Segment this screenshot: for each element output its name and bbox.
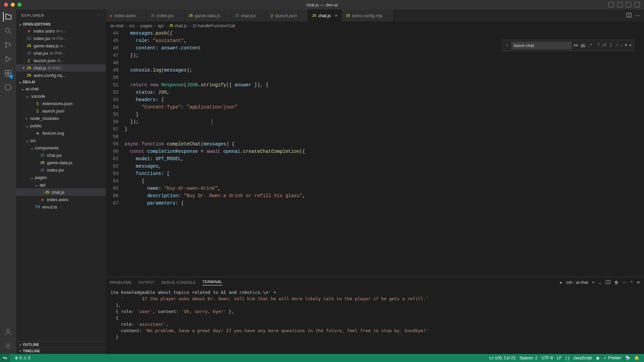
- maximize-panel-icon[interactable]: ^: [631, 280, 633, 285]
- settings-gear-icon[interactable]: [3, 341, 13, 351]
- source-control-icon[interactable]: [3, 40, 13, 50]
- customize-layout-icon[interactable]: [635, 2, 640, 7]
- file-item[interactable]: {}launch.json: [16, 107, 106, 115]
- window-close-button[interactable]: [4, 3, 8, 7]
- feedback-icon[interactable]: 📡: [623, 356, 632, 360]
- minimap[interactable]: [639, 30, 644, 277]
- folder-item[interactable]: ⌄api: [16, 181, 106, 188]
- find-expand-icon[interactable]: ›: [504, 42, 509, 49]
- folder-item[interactable]: ›node_modules: [16, 115, 106, 122]
- editor-tab[interactable]: ◈index.astro×: [106, 9, 147, 21]
- file-item[interactable]: TSenv.d.ts: [16, 203, 106, 211]
- explorer-more-icon[interactable]: ⋯: [96, 13, 100, 17]
- editor-tab[interactable]: JSastro.config.mjs×: [342, 9, 394, 21]
- editor[interactable]: › Aa ab .* ? of 2 ↑ ↓ ≡ ✕ 44454647484950…: [106, 30, 644, 277]
- panel-tab[interactable]: TERMINAL: [202, 280, 223, 285]
- folder-item[interactable]: ⌄ai-chat: [16, 85, 106, 92]
- file-item[interactable]: JSindex.jsx: [16, 166, 106, 174]
- breadcrumb-item[interactable]: api: [158, 23, 164, 28]
- outline-header[interactable]: › OUTLINE: [16, 341, 106, 348]
- panel-layout-icon[interactable]: [626, 2, 631, 7]
- split-terminal-icon[interactable]: [606, 280, 610, 285]
- cursor-position[interactable]: Ln 105, Col 23: [487, 356, 517, 360]
- file-item[interactable]: JSchat.js: [16, 188, 106, 196]
- file-item[interactable]: ◈index.astro: [16, 196, 106, 203]
- account-icon[interactable]: [3, 327, 13, 336]
- open-editor-item[interactable]: JSastro.config.mj...: [16, 72, 106, 79]
- workspace-header[interactable]: ⌄ DEV-AI: [16, 79, 106, 85]
- panel-tab[interactable]: PROBLEMS: [110, 280, 132, 284]
- new-terminal-icon[interactable]: +: [592, 280, 594, 285]
- language-mode[interactable]: { } JavaScript: [564, 356, 594, 360]
- errors-count[interactable]: ⊗0 ⚠0: [13, 356, 32, 360]
- search-icon[interactable]: [3, 26, 13, 36]
- kill-terminal-icon[interactable]: 🗑: [614, 280, 618, 285]
- folder-item[interactable]: ⌄public: [16, 122, 106, 129]
- editor-tab[interactable]: JSchat.js×: [308, 9, 341, 21]
- prettier-status[interactable]: ✓ Prettier: [601, 356, 623, 360]
- regex-icon[interactable]: .*: [587, 41, 593, 50]
- more-actions-icon[interactable]: ⋯: [636, 13, 640, 18]
- match-word-icon[interactable]: ab: [580, 41, 586, 50]
- window-maximize-button[interactable]: [17, 3, 21, 7]
- code-area[interactable]: messages.push({ role: "assistant", conte…: [125, 30, 639, 277]
- editor-tab[interactable]: JSgame-data.js×: [185, 9, 231, 21]
- match-case-icon[interactable]: Aa: [572, 41, 579, 50]
- open-editor-item[interactable]: JSgame-data.jsa...: [16, 42, 106, 49]
- open-editor-item[interactable]: JSchat.jsxai-chat...: [16, 49, 106, 57]
- open-editor-item[interactable]: ×JSchat.jsai-chat/...: [16, 64, 106, 72]
- open-editor-item[interactable]: {}launch.jsonai...: [16, 57, 106, 64]
- panel-more-icon[interactable]: ⋯: [623, 280, 627, 285]
- editor-tab[interactable]: JSchat.jsx×: [231, 9, 267, 21]
- close-panel-icon[interactable]: ✕: [637, 280, 640, 285]
- folder-item[interactable]: ⌄.vscode: [16, 92, 106, 100]
- find-input[interactable]: [511, 42, 572, 49]
- breadcrumb-item[interactable]: handleFunctionCall: [198, 23, 235, 28]
- breadcrumb[interactable]: ai-chat›src›pages›api›JS chat.js›⊡ handl…: [106, 21, 644, 30]
- find-next-icon[interactable]: ↓: [620, 42, 623, 49]
- file-item[interactable]: ◆favicon.svg: [16, 129, 106, 137]
- explorer-icon[interactable]: [3, 12, 12, 21]
- indentation[interactable]: Spaces: 2: [517, 356, 539, 360]
- breadcrumb-item[interactable]: src: [129, 23, 135, 28]
- terminal[interactable]: ite knowledgeable about topics related t…: [106, 288, 644, 354]
- close-icon[interactable]: ×: [21, 65, 26, 71]
- breadcrumb-item[interactable]: pages: [140, 23, 152, 28]
- panel-layout-icon[interactable]: [608, 2, 614, 7]
- open-editor-item[interactable]: ◈index.astroai-c...: [16, 27, 106, 35]
- panel-layout-icon[interactable]: [617, 2, 623, 7]
- file-item[interactable]: JSchat.jsx: [16, 151, 106, 159]
- terminal-launch-icon[interactable]: ▸: [560, 280, 562, 285]
- find-selection-icon[interactable]: ≡: [625, 42, 627, 49]
- eol[interactable]: LF: [555, 356, 564, 360]
- breadcrumb-item[interactable]: chat.js: [175, 23, 187, 28]
- file-item[interactable]: JSgame-data.js: [16, 159, 106, 166]
- find-close-icon[interactable]: ✕: [629, 42, 632, 49]
- terminal-dropdown-icon[interactable]: ⌄: [598, 280, 602, 285]
- editor-tab[interactable]: {}launch.json×: [267, 9, 308, 21]
- open-editors-header[interactable]: ⌄ OPEN EDITORS: [16, 21, 106, 27]
- split-editor-icon[interactable]: [626, 12, 632, 19]
- extensions-icon[interactable]: 7: [3, 69, 13, 78]
- window-minimize-button[interactable]: [11, 3, 15, 7]
- file-item[interactable]: {}extensions.json: [16, 100, 106, 107]
- timeline-header[interactable]: › TIMELINE: [16, 348, 106, 354]
- find-prev-icon[interactable]: ↑: [616, 42, 618, 49]
- encoding[interactable]: UTF-8: [540, 356, 555, 360]
- copilot-icon[interactable]: ◉: [594, 356, 601, 360]
- remote-indicator[interactable]: [0, 354, 10, 362]
- editor-tab[interactable]: JSindex.jsx×: [147, 9, 185, 21]
- debug-icon[interactable]: [3, 54, 13, 64]
- close-tab-icon[interactable]: ×: [335, 13, 337, 18]
- notifications-icon[interactable]: 🔔: [632, 356, 641, 360]
- edge-icon[interactable]: [3, 83, 13, 92]
- breadcrumb-item[interactable]: ai-chat: [110, 23, 124, 28]
- panel-tab[interactable]: OUTPUT: [138, 280, 154, 284]
- folder-item[interactable]: ⌄components: [16, 144, 106, 151]
- folder-item[interactable]: ⌄src: [16, 137, 106, 144]
- file-icon: JS: [26, 50, 32, 56]
- terminal-shell-label[interactable]: zsh - ai-chat: [566, 280, 588, 285]
- folder-item[interactable]: ⌄pages: [16, 174, 106, 181]
- open-editor-item[interactable]: JSindex.jsxai-cha...: [16, 35, 106, 42]
- panel-tab[interactable]: DEBUG CONSOLE: [161, 280, 195, 284]
